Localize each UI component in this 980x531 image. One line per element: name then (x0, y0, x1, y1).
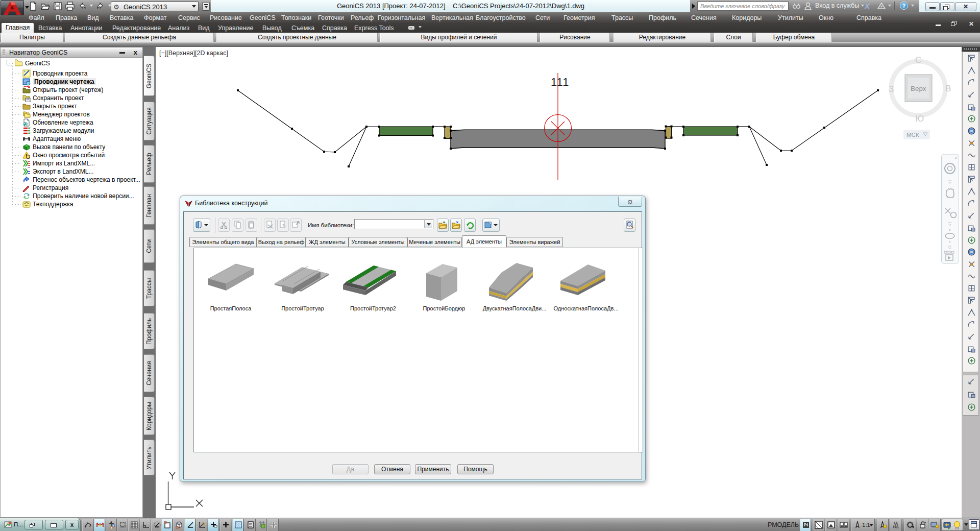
svg-text:111: 111 (551, 76, 569, 88)
svg-text:МСК: МСК (906, 132, 919, 138)
svg-text:З: З (889, 84, 894, 94)
svg-text:С: С (915, 55, 921, 65)
svg-text:Верх: Верх (911, 85, 926, 92)
svg-text:В: В (945, 84, 951, 93)
svg-text:Ю: Ю (915, 114, 924, 124)
